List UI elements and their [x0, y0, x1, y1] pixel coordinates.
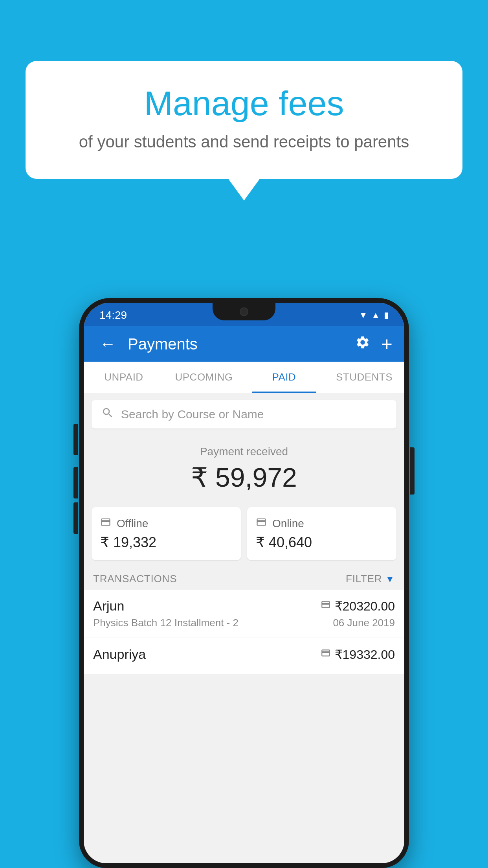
- transaction-course: Physics Batch 12 Installment - 2: [93, 617, 238, 629]
- transaction-amount-wrap: ₹19332.00: [321, 647, 395, 662]
- payment-received-label: Payment received: [84, 445, 404, 458]
- app-title: Payments: [128, 335, 355, 353]
- offline-card: Offline ₹ 19,332: [92, 507, 241, 560]
- offline-payment-icon: [321, 648, 331, 661]
- manage-fees-title: Manage fees: [57, 85, 431, 123]
- transaction-row-top: Anupriya ₹19332.00: [93, 647, 395, 662]
- filter-icon: ▼: [385, 574, 395, 585]
- phone-notch: [213, 303, 275, 320]
- payment-received-section: Payment received ₹ 59,972: [84, 436, 404, 501]
- back-button[interactable]: ←: [95, 332, 120, 356]
- search-placeholder: Search by Course or Name: [121, 408, 264, 421]
- settings-button[interactable]: [355, 335, 370, 353]
- phone-screen: 14:29 ▼ ▲ ▮ ← Payments +: [84, 303, 404, 863]
- speech-bubble-container: Manage fees of your students and send re…: [26, 61, 462, 200]
- transaction-date: 06 June 2019: [333, 617, 395, 629]
- search-bar[interactable]: Search by Course or Name: [92, 400, 396, 428]
- table-row[interactable]: Arjun ₹20320.00 Physi: [84, 590, 404, 638]
- online-card: Online ₹ 40,640: [247, 507, 396, 560]
- filter-button[interactable]: FILTER ▼: [346, 573, 395, 585]
- content-area: Search by Course or Name Payment receive…: [84, 393, 404, 863]
- transaction-row-top: Arjun ₹20320.00: [93, 598, 395, 614]
- offline-card-header: Offline: [100, 517, 232, 530]
- online-payment-icon: [321, 600, 331, 612]
- transaction-row-bottom: Physics Batch 12 Installment - 2 06 June…: [93, 617, 395, 629]
- transactions-header: TRANSACTIONS FILTER ▼: [84, 566, 404, 590]
- online-amount: ₹ 40,640: [256, 534, 388, 551]
- front-camera: [240, 307, 248, 316]
- payment-amount: ₹ 59,972: [84, 462, 404, 493]
- payment-cards: Offline ₹ 19,332 Online: [92, 507, 396, 560]
- online-card-header: Online: [256, 517, 388, 530]
- add-button[interactable]: +: [381, 333, 393, 355]
- search-icon: [101, 406, 114, 422]
- speech-bubble-tail: [228, 179, 260, 200]
- tab-unpaid[interactable]: UNPAID: [84, 362, 164, 393]
- transaction-name: Anupriya: [93, 647, 146, 662]
- battery-icon: ▮: [384, 310, 389, 320]
- transactions-label: TRANSACTIONS: [93, 573, 177, 585]
- tab-upcoming[interactable]: UPCOMING: [164, 362, 244, 393]
- app-bar-actions: +: [355, 333, 393, 355]
- tab-bar: UNPAID UPCOMING PAID STUDENTS: [84, 362, 404, 393]
- table-row[interactable]: Anupriya ₹19332.00: [84, 638, 404, 674]
- manage-fees-subtitle: of your students and send receipts to pa…: [57, 132, 431, 151]
- status-time: 14:29: [99, 309, 127, 322]
- tab-students[interactable]: STUDENTS: [324, 362, 404, 393]
- phone-container: 14:29 ▼ ▲ ▮ ← Payments +: [79, 298, 409, 868]
- speech-bubble: Manage fees of your students and send re…: [26, 61, 462, 179]
- status-icons: ▼ ▲ ▮: [359, 310, 389, 320]
- transaction-amount-wrap: ₹20320.00: [321, 599, 395, 614]
- offline-amount: ₹ 19,332: [100, 534, 232, 551]
- phone-outer: 14:29 ▼ ▲ ▮ ← Payments +: [79, 298, 409, 868]
- transaction-list: Arjun ₹20320.00 Physi: [84, 590, 404, 674]
- tab-paid[interactable]: PAID: [244, 362, 324, 393]
- transaction-amount: ₹19332.00: [335, 647, 395, 662]
- transaction-amount: ₹20320.00: [335, 599, 395, 614]
- app-bar: ← Payments +: [84, 326, 404, 362]
- signal-icon: ▲: [371, 310, 380, 320]
- offline-icon: [100, 517, 111, 530]
- transaction-name: Arjun: [93, 598, 124, 614]
- wifi-icon: ▼: [359, 310, 367, 320]
- online-icon: [256, 517, 267, 530]
